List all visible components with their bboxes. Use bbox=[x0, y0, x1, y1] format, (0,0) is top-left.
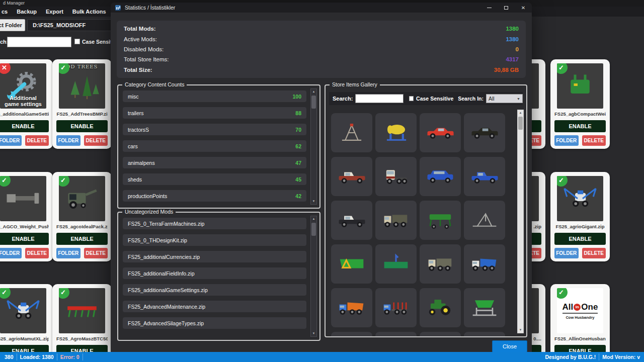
uncategorized-mod-row[interactable]: FS25_additionalFieldInfo.zip bbox=[123, 267, 306, 279]
scroll-down-icon[interactable]: ▼ bbox=[312, 199, 315, 204]
logo-in-badge: in bbox=[574, 304, 581, 311]
enable-button[interactable]: ENABLE bbox=[554, 120, 606, 132]
category-row-cars[interactable]: cars62 bbox=[123, 140, 306, 152]
uncategorized-mod-row[interactable]: FS25_AdvancedMaintenance.zip bbox=[123, 301, 306, 312]
gallery-scrollbar[interactable]: ▲ ▼ bbox=[517, 110, 524, 333]
mod-card: ✓FS25_AgroMaszBTC50h.ENABLEFOLDERDELETE bbox=[52, 284, 112, 362]
store-item-a-frame-icon[interactable] bbox=[464, 201, 505, 240]
store-item-hidden-icon[interactable] bbox=[464, 332, 505, 336]
menu-item-bulk-actions[interactable]: Bulk Actions bbox=[72, 9, 106, 15]
delete-button[interactable]: DELETE bbox=[25, 135, 49, 146]
menu-item-cs[interactable]: cs bbox=[2, 9, 8, 15]
menu-item-backup[interactable]: Backup bbox=[17, 9, 37, 15]
scroll-up-icon[interactable]: ▲ bbox=[312, 89, 315, 95]
store-item-dump-truck-icon[interactable] bbox=[464, 244, 505, 284]
uncategorized-mod-row[interactable]: FS25_additionalCurrencies.zip bbox=[123, 251, 306, 262]
enable-button[interactable]: ENABLE bbox=[554, 233, 606, 245]
card-actions: FOLDERDELETE bbox=[554, 248, 606, 258]
scrollbar-thumb[interactable] bbox=[311, 96, 316, 109]
mod-filename: FS25_AddTreesBMP.zi bbox=[56, 111, 108, 118]
gallery-search-input[interactable] bbox=[355, 94, 404, 103]
store-item-military-truck-icon[interactable] bbox=[375, 201, 417, 240]
store-item-tractor-icon[interactable] bbox=[420, 288, 461, 327]
uncategorized-scrollbar[interactable]: ▲ ▼ bbox=[310, 216, 317, 337]
uncategorized-mod-row[interactable]: FS25_0_TerraFarmMachines.zip bbox=[123, 218, 306, 229]
search-in-dropdown[interactable]: All ▼ bbox=[486, 94, 523, 103]
scrollbar-thumb[interactable] bbox=[311, 223, 316, 236]
store-item-pickup-icon[interactable] bbox=[331, 201, 372, 240]
select-folder-button[interactable]: lect Folder bbox=[0, 19, 25, 31]
folder-button[interactable]: FOLDER bbox=[0, 248, 22, 258]
store-item-pickup-icon[interactable] bbox=[331, 157, 372, 196]
stat-value: 1380 bbox=[506, 26, 519, 32]
store-item-hidden-icon[interactable] bbox=[375, 332, 417, 336]
store-item-semi-truck-icon[interactable] bbox=[375, 157, 417, 196]
scroll-up-icon[interactable]: ▲ bbox=[519, 110, 522, 116]
category-row-animalpens[interactable]: animalpens47 bbox=[123, 157, 306, 168]
main-search-input[interactable] bbox=[7, 37, 71, 47]
category-row-trailers[interactable]: trailers88 bbox=[123, 107, 306, 119]
status-segment-380: 380 bbox=[2, 354, 17, 360]
category-row-sheds[interactable]: sheds45 bbox=[123, 173, 306, 185]
mod-thumbnail: AllinOneCow Husbandry✓ bbox=[557, 288, 603, 333]
store-item-suv-icon[interactable] bbox=[420, 157, 461, 196]
store-item-seeder-icon[interactable] bbox=[420, 201, 461, 240]
delete-button[interactable]: DELETE bbox=[582, 248, 606, 258]
uncategorized-mod-row[interactable]: FS25_AdvancedSilageTypes.zip bbox=[123, 317, 306, 329]
scroll-down-icon[interactable]: ▼ bbox=[312, 331, 315, 336]
close-window-button[interactable]: ✕ bbox=[515, 3, 532, 13]
delete-button[interactable]: DELETE bbox=[582, 135, 606, 146]
gallery-case-sensitive-checkbox[interactable] bbox=[409, 96, 414, 101]
logo-text: All bbox=[562, 302, 574, 312]
scrollbar-thumb[interactable] bbox=[518, 117, 523, 130]
menu-item-export[interactable]: Export bbox=[46, 9, 63, 15]
scroll-down-icon[interactable]: ▼ bbox=[519, 327, 522, 333]
category-scrollbar[interactable]: ▲ ▼ bbox=[310, 88, 317, 205]
enable-button[interactable]: ENABLE bbox=[0, 233, 49, 245]
store-item-classic-car-icon[interactable] bbox=[420, 113, 461, 152]
folder-button[interactable]: FOLDER bbox=[56, 135, 80, 146]
status-right: Designed by B.U.G.!Mod Version: v bbox=[542, 352, 644, 362]
store-item-log-truck-icon[interactable] bbox=[375, 288, 417, 327]
store-item-pickup-icon[interactable] bbox=[464, 157, 505, 196]
uncategorized-mod-row[interactable]: FS25_0_THDesignKit.zip bbox=[123, 234, 306, 246]
store-item-dump-truck-icon[interactable] bbox=[331, 288, 372, 327]
delete-button[interactable]: DELETE bbox=[25, 248, 49, 258]
search-in-label: Search In: bbox=[458, 96, 484, 102]
dialog-titlebar[interactable]: Statistics / İstatistikler ✕ bbox=[111, 3, 532, 13]
chevron-down-icon: ▼ bbox=[517, 97, 520, 101]
close-button[interactable]: Close bbox=[492, 340, 527, 352]
category-row-productionpoints[interactable]: productionPoints42 bbox=[123, 190, 306, 202]
store-item-hidden-icon[interactable] bbox=[420, 332, 461, 336]
status-bar: 380Loaded: 1380Error: 0 Designed by B.U.… bbox=[0, 352, 644, 362]
folder-button[interactable]: FOLDER bbox=[554, 248, 579, 258]
store-item-hidden-icon[interactable] bbox=[331, 332, 372, 336]
store-item-hopper-icon[interactable] bbox=[464, 288, 505, 327]
folder-button[interactable]: FOLDER bbox=[56, 248, 80, 258]
store-item-bucket-icon[interactable] bbox=[331, 244, 372, 284]
store-item-frame-icon[interactable] bbox=[331, 113, 372, 152]
stat-label: Active Mods: bbox=[124, 36, 157, 42]
store-item-military-truck-icon[interactable] bbox=[420, 244, 461, 284]
scroll-up-icon[interactable]: ▲ bbox=[312, 216, 315, 222]
enable-button[interactable]: ENABLE bbox=[56, 233, 108, 245]
store-item-mixer-icon[interactable] bbox=[375, 113, 417, 152]
case-sensitive-checkbox[interactable] bbox=[74, 39, 80, 44]
category-content-counts-box: Category Content Counts misc100trailers8… bbox=[117, 84, 320, 209]
delete-button[interactable]: DELETE bbox=[84, 135, 108, 146]
category-row-tractorss[interactable]: tractorsS70 bbox=[123, 124, 306, 135]
store-item-classic-car-icon[interactable] bbox=[464, 113, 505, 152]
minimize-button[interactable] bbox=[480, 3, 498, 13]
enable-button[interactable]: ENABLE bbox=[56, 120, 108, 132]
maximize-button[interactable] bbox=[498, 3, 515, 13]
store-item-leveler-icon[interactable] bbox=[375, 244, 417, 284]
folder-button[interactable]: FOLDER bbox=[0, 135, 22, 146]
statistics-dialog: Statistics / İstatistikler ✕ Total Mods:… bbox=[111, 3, 532, 356]
enable-button[interactable]: ENABLE bbox=[0, 120, 49, 132]
category-name: sheds bbox=[128, 176, 142, 183]
mod-card: Additional game settings✕5_additionalGam… bbox=[0, 59, 53, 149]
uncategorized-mod-row[interactable]: FS25_additionalGameSettings.zip bbox=[123, 284, 306, 296]
delete-button[interactable]: DELETE bbox=[84, 248, 108, 258]
category-row-misc[interactable]: misc100 bbox=[123, 90, 306, 102]
folder-button[interactable]: FOLDER bbox=[554, 135, 579, 146]
